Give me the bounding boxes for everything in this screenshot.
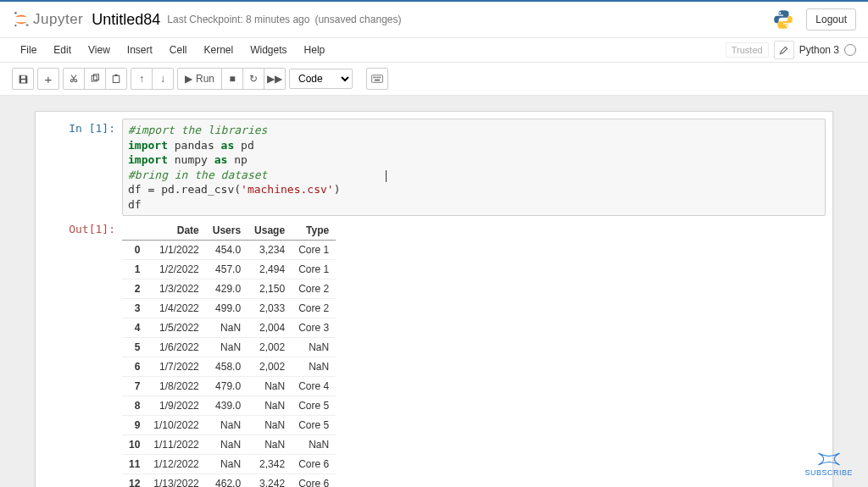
row-index: 3 [122,299,147,318]
move-down-button[interactable]: ↓ [152,68,174,90]
svg-rect-9 [371,75,382,83]
svg-rect-12 [377,77,379,79]
trusted-badge[interactable]: Trusted [726,42,769,58]
cell: NaN [206,318,248,338]
row-index: 4 [122,318,147,338]
cell: 2,494 [248,260,292,279]
cell: 479.0 [206,377,248,396]
table-row: 51/6/2022NaN2,002NaN [122,338,336,357]
cell: 2,150 [248,279,292,299]
cell: NaN [248,435,292,455]
move-up-button[interactable]: ↑ [131,68,153,90]
checkpoint-text: Last Checkpoint: 8 minutes ago [167,14,309,25]
svg-rect-6 [94,75,99,80]
menu-view[interactable]: View [80,41,119,59]
cell: 2,342 [248,455,292,474]
restart-run-all-button[interactable]: ▶▶ [264,68,286,90]
table-row: 41/5/2022NaN2,004Core 3 [122,318,336,338]
row-index: 12 [122,474,147,487]
menu-kernel[interactable]: Kernel [196,41,242,59]
play-icon: ▶ [185,73,192,85]
logout-button[interactable]: Logout [806,8,856,30]
menu-edit[interactable]: Edit [45,41,80,59]
col-usage: Usage [248,221,292,241]
menu-help[interactable]: Help [296,41,334,59]
paste-icon [111,74,121,84]
copy-button[interactable] [84,68,106,90]
code-editor[interactable]: #import the libraries import pandas as p… [122,119,826,216]
cell: Core 6 [292,474,336,487]
svg-point-2 [14,25,16,26]
command-palette-button[interactable] [366,68,388,90]
cell: 3,242 [248,474,292,487]
row-index: 0 [122,241,147,260]
interrupt-button[interactable]: ■ [221,68,243,90]
cell: Core 5 [292,416,336,435]
notebook-title[interactable]: Untitled84 [92,11,160,29]
run-button[interactable]: ▶Run [177,68,222,90]
cell: NaN [206,455,248,474]
cell: NaN [206,338,248,357]
svg-rect-8 [115,75,118,76]
menubar: FileEditViewInsertCellKernelWidgetsHelp … [0,38,868,63]
output-cell: Out[1]: DateUsersUsageType 01/1/2022454.… [36,219,832,487]
col-users: Users [206,221,248,241]
output-prompt: Out[1]: [42,219,122,487]
menu-widgets[interactable]: Widgets [242,41,295,59]
insert-cell-button[interactable]: + [37,68,59,90]
menu-cell[interactable]: Cell [161,41,196,59]
cell: Core 5 [292,396,336,416]
cell: NaN [292,357,336,377]
restart-button[interactable]: ↻ [242,68,264,90]
cell: Core 1 [292,260,336,279]
paste-button[interactable] [105,68,127,90]
cell: 1/13/2022 [147,474,205,487]
keyboard-icon [371,75,383,83]
table-row: 11/2/2022457.02,494Core 1 [122,260,336,279]
cell: NaN [206,416,248,435]
subscribe-badge: SUBSCRIBE [804,451,853,477]
edit-metadata-button[interactable] [774,41,794,59]
cell: 1/5/2022 [147,318,205,338]
cell-type-select[interactable]: Code [289,69,353,89]
dataframe-table: DateUsersUsageType 01/1/2022454.03,234Co… [122,221,336,487]
save-button[interactable] [12,68,34,90]
cell: 462.0 [206,474,248,487]
menu-file[interactable]: File [12,41,45,59]
kernel-indicator[interactable]: Python 3 [799,44,856,56]
cell: NaN [292,435,336,455]
notebook-container: In [1]: #import the libraries import pan… [35,111,833,487]
svg-rect-7 [113,75,120,82]
jupyter-logo[interactable]: Jupyter [12,10,83,29]
svg-rect-13 [379,77,381,79]
row-index: 8 [122,396,147,416]
table-row: 81/9/2022439.0NaNCore 5 [122,396,336,416]
row-index: 9 [122,416,147,435]
svg-rect-10 [373,77,375,79]
cell: 1/10/2022 [147,416,205,435]
notebook-area: In [1]: #import the libraries import pan… [0,96,868,487]
cell: NaN [248,377,292,396]
pencil-icon [779,46,788,55]
table-row: 01/1/2022454.03,234Core 1 [122,241,336,260]
cell: 458.0 [206,357,248,377]
menu-insert[interactable]: Insert [119,41,161,59]
kernel-status-icon [844,44,856,56]
cell: 499.0 [206,299,248,318]
svg-rect-11 [376,77,377,79]
cell: Core 1 [292,241,336,260]
cell: 1/8/2022 [147,377,205,396]
row-index: 11 [122,455,147,474]
code-cell[interactable]: In [1]: #import the libraries import pan… [36,112,832,219]
jupyter-icon [12,10,31,29]
cell: 1/2/2022 [147,260,205,279]
cell: 1/12/2022 [147,455,205,474]
table-row: 101/11/2022NaNNaNNaN [122,435,336,455]
cell: Core 2 [292,299,336,318]
cell: 3,234 [248,241,292,260]
cut-button[interactable] [63,68,85,90]
unsaved-text: (unsaved changes) [314,14,401,25]
dna-icon [817,451,841,467]
cell: 1/4/2022 [147,299,205,318]
cell: 457.0 [206,260,248,279]
